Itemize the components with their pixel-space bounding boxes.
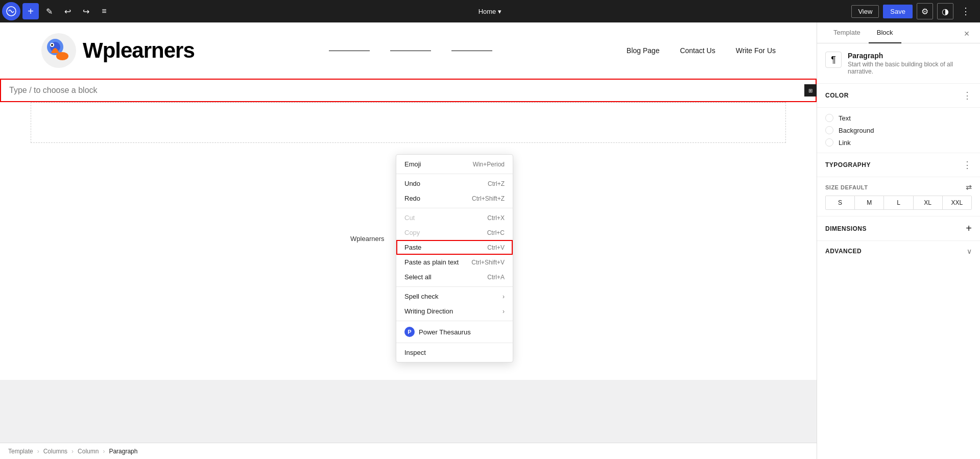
breadcrumb-sep-2: ›	[71, 448, 74, 455]
color-options-icon[interactable]: ⋮	[963, 90, 972, 101]
context-menu-select-all[interactable]: Select all Ctrl+A	[396, 270, 513, 284]
list-view-button[interactable]: ≡	[96, 3, 112, 19]
block-input[interactable]	[1, 80, 816, 101]
block-description: Start with the basic building block of a…	[848, 61, 972, 75]
block-name: Paragraph	[848, 52, 972, 60]
size-buttons-group: S M L XL XXL	[825, 196, 972, 210]
view-button[interactable]: View	[851, 5, 879, 18]
color-text-radio[interactable]	[825, 114, 833, 122]
nav-write-for-us[interactable]: Write For Us	[736, 46, 776, 55]
ctx-cut-shortcut: Ctrl+X	[487, 214, 505, 222]
color-section-title: Color	[825, 92, 849, 99]
tab-block[interactable]: Block	[869, 22, 901, 43]
tab-template[interactable]: Template	[825, 22, 869, 43]
context-menu-cut[interactable]: Cut Ctrl+X	[396, 210, 513, 225]
ctx-inspect-label: Inspect	[404, 349, 426, 356]
advanced-label: Advanced	[825, 248, 862, 255]
settings-button[interactable]: ⚙	[917, 3, 933, 19]
toolbar-left: + ✎ ↩ ↪ ≡	[0, 2, 112, 20]
ctx-paste-plain-label: Paste as plain text	[404, 258, 459, 266]
context-menu-emoji[interactable]: Emoji Win+Period	[396, 157, 513, 172]
size-xxl-button[interactable]: XXL	[943, 196, 971, 209]
ctx-redo-label: Redo	[404, 195, 420, 202]
size-xl-button[interactable]: XL	[914, 196, 943, 209]
redo-button[interactable]: ↪	[78, 3, 94, 19]
ctx-sep-5	[396, 343, 513, 343]
undo-button[interactable]: ↩	[59, 3, 76, 19]
footer-site-name: Wplearners	[350, 235, 384, 243]
nav-divider-1	[329, 51, 370, 51]
ctx-copy-label: Copy	[404, 229, 420, 236]
dimensions-section[interactable]: Dimensions +	[817, 216, 980, 241]
context-menu-power-thesaurus[interactable]: P Power Thesaurus	[396, 323, 513, 341]
breadcrumb-column[interactable]: Column	[78, 448, 99, 455]
svg-point-6	[51, 44, 53, 46]
advanced-chevron-icon[interactable]: ∨	[967, 247, 972, 255]
block-area: ⊞	[0, 79, 817, 102]
nav-divider-3	[451, 51, 492, 51]
advanced-section[interactable]: Advanced ∨	[817, 241, 980, 261]
size-label-row: SIZE DEFAULT ⇄	[825, 183, 972, 191]
block-header: ¶ Paragraph Start with the basic buildin…	[817, 43, 980, 84]
ctx-cut-label: Cut	[404, 214, 415, 222]
typography-options-icon[interactable]: ⋮	[963, 159, 972, 171]
save-button[interactable]: Save	[883, 5, 913, 18]
color-background-label: Background	[839, 127, 874, 134]
ctx-direction-arrow: ›	[503, 308, 505, 315]
context-menu-paste-plain[interactable]: Paste as plain text Ctrl+Shift+V	[396, 255, 513, 270]
edit-icon-button[interactable]: ✎	[41, 3, 57, 19]
size-label-text: SIZE DEFAULT	[825, 184, 868, 190]
context-menu-spell-check[interactable]: Spell check ›	[396, 289, 513, 304]
canvas-area: Wplearners Blog Page Contact Us Write Fo…	[0, 22, 817, 443]
context-menu-paste[interactable]: Paste Ctrl+V	[396, 240, 513, 255]
ctx-emoji-shortcut: Win+Period	[473, 161, 505, 168]
context-menu-undo[interactable]: Undo Ctrl+Z	[396, 176, 513, 191]
sidebar-header-area: Template Block ×	[817, 22, 980, 43]
size-m-button[interactable]: M	[855, 196, 884, 209]
context-menu-copy[interactable]: Copy Ctrl+C	[396, 225, 513, 240]
svg-point-4	[56, 52, 68, 60]
dimensions-plus-icon[interactable]: +	[966, 223, 972, 234]
context-menu-redo[interactable]: Redo Ctrl+Shift+Z	[396, 191, 513, 206]
toolbar-right: View Save ⚙ ◑ ⋮	[851, 3, 980, 19]
wp-logo-button[interactable]	[2, 2, 20, 20]
color-link-row: Link	[825, 138, 972, 147]
nav-blog-page[interactable]: Blog Page	[627, 46, 660, 55]
context-menu-writing-direction[interactable]: Writing Direction ›	[396, 304, 513, 319]
site-header: Wplearners Blog Page Contact Us Write Fo…	[0, 22, 817, 79]
typography-section-header: Typography ⋮	[817, 153, 980, 177]
size-l-button[interactable]: L	[884, 196, 913, 209]
breadcrumb-columns[interactable]: Columns	[43, 448, 67, 455]
color-text-row: Text	[825, 114, 972, 122]
nav-contact-us[interactable]: Contact Us	[680, 46, 715, 55]
paragraph-icon: ¶	[825, 52, 842, 68]
more-options-button[interactable]: ⋮	[958, 3, 974, 19]
site-logo	[41, 33, 77, 68]
color-link-label: Link	[839, 139, 851, 147]
theme-toggle-button[interactable]: ◑	[937, 3, 953, 19]
block-info: Paragraph Start with the basic building …	[848, 52, 972, 75]
size-s-button[interactable]: S	[826, 196, 855, 209]
breadcrumb-paragraph[interactable]: Paragraph	[109, 448, 137, 455]
ctx-spell-label: Spell check	[404, 293, 438, 300]
breadcrumb-template[interactable]: Template	[8, 448, 33, 455]
ctx-direction-label: Writing Direction	[404, 307, 453, 315]
ctx-thesaurus-content: P Power Thesaurus	[404, 327, 471, 337]
toolbar-center: Home ▾	[479, 8, 502, 15]
top-toolbar: + ✎ ↩ ↪ ≡ Home ▾ View Save ⚙ ◑ ⋮	[0, 0, 980, 22]
sidebar-close-button[interactable]: ×	[960, 27, 974, 41]
reset-size-icon[interactable]: ⇄	[966, 183, 972, 191]
ctx-copy-shortcut: Ctrl+C	[487, 229, 505, 236]
ctx-sep-2	[396, 208, 513, 208]
block-dashed-area	[31, 102, 786, 143]
context-menu-inspect[interactable]: Inspect	[396, 345, 513, 360]
ctx-sep-1	[396, 174, 513, 174]
home-dropdown[interactable]: Home ▾	[479, 8, 502, 15]
block-handle[interactable]: ⊞	[804, 84, 817, 96]
ctx-paste-label: Paste	[404, 244, 421, 251]
logo-area: Wplearners	[41, 33, 195, 68]
ctx-select-all-label: Select all	[404, 273, 432, 281]
color-background-radio[interactable]	[825, 126, 833, 134]
add-block-button[interactable]: +	[22, 3, 39, 19]
color-link-radio[interactable]	[825, 138, 833, 147]
